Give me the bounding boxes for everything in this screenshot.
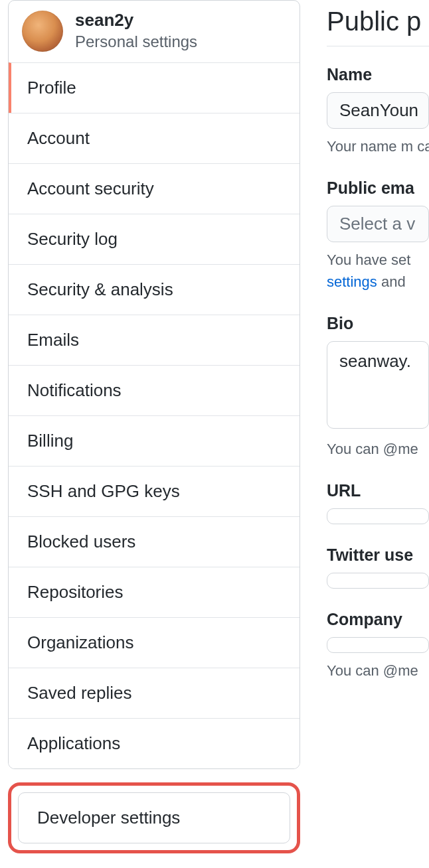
avatar[interactable] [22,11,63,52]
sidebar-item-emails[interactable]: Emails [9,315,300,365]
twitter-input[interactable] [327,573,429,589]
sidebar-item-label: Applications [27,733,120,753]
sidebar-item-label: Notifications [27,380,122,400]
sidebar-item-developer-settings[interactable]: Developer settings [18,792,290,843]
developer-settings-highlight: Developer settings [8,782,300,853]
field-twitter: Twitter use [327,545,429,589]
sidebar-item-label: Account [27,128,90,148]
sidebar-item-label: Profile [27,78,76,98]
sidebar-item-label: Security log [27,229,118,249]
field-public-email: Public ema Select a v You have set setti… [327,179,429,293]
sidebar-panel: sean2y Personal settings ProfileAccountA… [8,0,300,769]
sidebar: sean2y Personal settings ProfileAccountA… [8,0,300,853]
url-input[interactable] [327,508,429,524]
name-label: Name [327,65,429,84]
company-help: You can @me [327,660,429,682]
sidebar-item-label: Billing [27,431,73,451]
field-url: URL [327,481,429,524]
sidebar-item-security-analysis[interactable]: Security & analysis [9,264,300,315]
sidebar-item-label: SSH and GPG keys [27,481,180,501]
name-input[interactable]: SeanYoun [327,92,429,129]
bio-textarea[interactable] [327,341,429,429]
sidebar-item-label: Repositories [27,582,124,602]
sidebar-header: sean2y Personal settings [9,1,300,62]
username: sean2y [75,10,197,31]
sidebar-item-blocked-users[interactable]: Blocked users [9,516,300,567]
public-email-select[interactable]: Select a v [327,206,429,242]
sidebar-item-label: Saved replies [27,683,132,703]
sidebar-item-ssh-and-gpg-keys[interactable]: SSH and GPG keys [9,466,300,516]
field-bio: Bio You can @me [327,314,429,460]
main-content: Public p Name SeanYoun Your name m can r… [327,0,429,853]
sidebar-subtitle: Personal settings [75,31,197,53]
sidebar-item-label: Account security [27,179,154,198]
twitter-label: Twitter use [327,545,429,565]
sidebar-item-notifications[interactable]: Notifications [9,365,300,415]
field-company: Company You can @me [327,610,429,682]
company-input[interactable] [327,637,429,653]
name-help: Your name m can remove i [327,135,429,157]
bio-help: You can @me [327,438,429,460]
sidebar-item-account-security[interactable]: Account security [9,163,300,214]
bio-label: Bio [327,314,429,333]
sidebar-item-label: Security & analysis [27,279,173,299]
company-label: Company [327,610,429,629]
sidebar-item-applications[interactable]: Applications [9,718,300,768]
public-email-help: You have set settings and [327,249,429,293]
public-email-label: Public ema [327,179,429,198]
page-title: Public p [327,7,429,46]
url-label: URL [327,481,429,500]
sidebar-item-organizations[interactable]: Organizations [9,617,300,668]
sidebar-item-label: Blocked users [27,532,135,551]
email-settings-link[interactable]: settings [327,273,377,290]
sidebar-item-label: Emails [27,330,79,350]
sidebar-item-billing[interactable]: Billing [9,415,300,466]
sidebar-item-profile[interactable]: Profile [9,62,300,113]
sidebar-item-repositories[interactable]: Repositories [9,567,300,617]
sidebar-item-label: Organizations [27,632,133,652]
field-name: Name SeanYoun Your name m can remove i [327,65,429,157]
sidebar-item-label: Developer settings [37,808,180,828]
sidebar-item-saved-replies[interactable]: Saved replies [9,668,300,718]
sidebar-item-account[interactable]: Account [9,113,300,163]
sidebar-item-security-log[interactable]: Security log [9,214,300,264]
